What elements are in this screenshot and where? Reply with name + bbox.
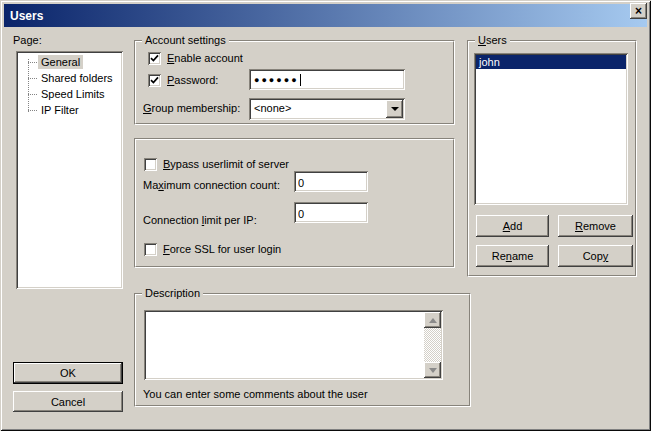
copy-button-label: Copy <box>583 250 609 262</box>
tree-branch <box>28 78 37 79</box>
description-group: Description You can enter some comments … <box>134 293 471 407</box>
tree-item-label: Shared folders <box>38 71 116 85</box>
tree-branch <box>28 62 37 63</box>
title-bar: Users <box>4 4 647 27</box>
group-membership-combobox[interactable]: <none> <box>249 98 405 120</box>
checkmark-icon <box>150 54 159 63</box>
add-button[interactable]: Add <box>476 215 549 237</box>
description-textarea[interactable] <box>144 310 443 380</box>
tree-item-speed-limits[interactable]: Speed Limits <box>16 86 123 102</box>
close-icon: × <box>635 6 642 16</box>
connection-limits-group: Bypass userlimit of server Maximum conne… <box>134 138 455 268</box>
connection-limit-per-ip-input[interactable] <box>294 202 368 223</box>
group-membership-label: Group membership: <box>143 102 240 115</box>
cancel-button[interactable]: Cancel <box>13 391 123 412</box>
scrollbar-up-button[interactable] <box>424 312 441 328</box>
tree-item-label: Speed Limits <box>38 87 108 101</box>
max-connection-count-label: Maximum connection count: <box>143 179 280 192</box>
scrollbar-down-button[interactable] <box>424 362 441 378</box>
combobox-value: <none> <box>254 102 291 115</box>
copy-button[interactable]: Copy <box>558 245 633 267</box>
users-dialog: Users × Page: General Shared folders Spe… <box>0 0 651 431</box>
page-tree[interactable]: General Shared folders Speed Limits IP F… <box>16 51 123 289</box>
description-caption: You can enter some comments about the us… <box>143 388 368 401</box>
tree-branch <box>28 94 37 95</box>
tree-branch <box>28 110 37 111</box>
chevron-down-icon <box>391 107 399 111</box>
account-settings-title: Account settings <box>142 34 229 47</box>
description-title: Description <box>142 287 203 300</box>
remove-button[interactable]: Remove <box>558 215 633 237</box>
max-connection-count-input[interactable] <box>294 171 368 192</box>
arrow-down-icon <box>429 368 437 373</box>
arrow-up-icon <box>429 318 437 323</box>
page-label: Page: <box>13 34 42 47</box>
password-value: ●●●●●● <box>254 75 299 85</box>
text-caret <box>300 74 301 86</box>
checkmark-icon <box>150 76 159 85</box>
remove-button-label: Remove <box>575 220 616 232</box>
close-button[interactable]: × <box>630 3 647 19</box>
tree-item-shared-folders[interactable]: Shared folders <box>16 70 123 86</box>
tree-item-ip-filter[interactable]: IP Filter <box>16 102 123 118</box>
users-listbox[interactable]: john <box>474 53 628 205</box>
window-title: Users <box>10 9 43 23</box>
add-button-label: Add <box>503 220 523 232</box>
ok-button[interactable]: OK <box>13 362 123 384</box>
force-ssl-label: Force SSL for user login <box>163 243 281 256</box>
users-group-title: Users <box>475 34 510 47</box>
tree-item-label: General <box>38 55 83 69</box>
rename-button-label: Rename <box>492 250 534 262</box>
bypass-userlimit-checkbox[interactable] <box>144 158 157 171</box>
description-scrollbar[interactable] <box>424 312 441 378</box>
account-settings-group: Account settings Enable account Password… <box>134 40 455 125</box>
user-name: john <box>479 56 500 68</box>
password-input[interactable]: ●●●●●● <box>249 69 405 90</box>
combobox-arrow-button[interactable] <box>386 100 403 118</box>
force-ssl-checkbox[interactable] <box>144 243 157 256</box>
connection-limit-per-ip-label: Connection limit per IP: <box>143 214 257 227</box>
user-list-item[interactable]: john <box>476 55 626 69</box>
cancel-button-label: Cancel <box>51 396 85 408</box>
enable-account-checkbox[interactable] <box>148 52 161 65</box>
users-group: Users john Add Remove Rename Copy <box>467 40 637 277</box>
enable-account-label: Enable account <box>167 52 243 65</box>
password-checkbox[interactable] <box>148 74 161 87</box>
tree-item-label: IP Filter <box>38 103 82 117</box>
bypass-userlimit-label: Bypass userlimit of server <box>163 158 289 171</box>
tree-item-general[interactable]: General <box>16 54 123 70</box>
ok-button-label: OK <box>60 367 76 379</box>
password-label: Password: <box>167 74 218 87</box>
rename-button[interactable]: Rename <box>476 245 549 267</box>
